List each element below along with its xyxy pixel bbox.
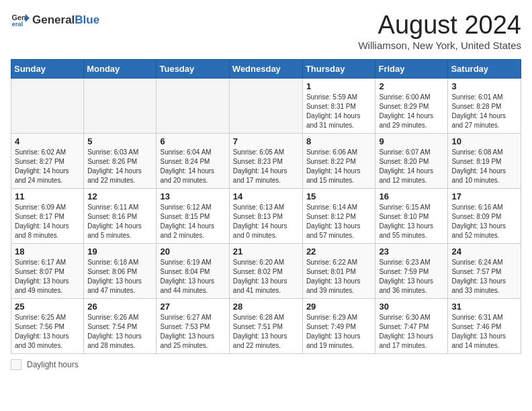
day-number: 29 <box>306 302 372 312</box>
calendar-cell: 19Sunrise: 6:18 AM Sunset: 8:06 PM Dayli… <box>84 244 157 299</box>
day-info: Sunrise: 6:31 AM Sunset: 7:46 PM Dayligh… <box>451 313 517 351</box>
calendar-cell: 7Sunrise: 6:05 AM Sunset: 8:23 PM Daylig… <box>229 134 302 189</box>
day-info: Sunrise: 6:06 AM Sunset: 8:22 PM Dayligh… <box>306 148 372 185</box>
calendar: SundayMondayTuesdayWednesdayThursdayFrid… <box>11 59 521 354</box>
day-info: Sunrise: 6:11 AM Sunset: 8:16 PM Dayligh… <box>87 203 152 240</box>
calendar-cell: 24Sunrise: 6:24 AM Sunset: 7:57 PM Dayli… <box>448 244 521 299</box>
calendar-cell: 21Sunrise: 6:20 AM Sunset: 8:02 PM Dayli… <box>229 244 302 299</box>
calendar-cell: 1Sunrise: 5:59 AM Sunset: 8:31 PM Daylig… <box>302 79 375 134</box>
day-info: Sunrise: 6:29 AM Sunset: 7:49 PM Dayligh… <box>306 313 372 351</box>
day-info: Sunrise: 6:20 AM Sunset: 8:02 PM Dayligh… <box>233 258 299 295</box>
calendar-cell: 22Sunrise: 6:22 AM Sunset: 8:01 PM Dayli… <box>302 244 375 299</box>
day-info: Sunrise: 6:23 AM Sunset: 7:59 PM Dayligh… <box>379 258 444 295</box>
day-number: 6 <box>160 136 225 146</box>
calendar-cell <box>84 79 157 134</box>
day-info: Sunrise: 6:05 AM Sunset: 8:23 PM Dayligh… <box>233 148 299 185</box>
calendar-header-row: SundayMondayTuesdayWednesdayThursdayFrid… <box>11 60 521 79</box>
calendar-cell: 14Sunrise: 6:13 AM Sunset: 8:13 PM Dayli… <box>229 189 302 244</box>
title-area: August 2024 Williamson, New York, United… <box>358 11 521 51</box>
header: Gen eral GeneralBlue August 2024 William… <box>11 11 521 51</box>
day-number: 19 <box>87 246 152 257</box>
svg-text:eral: eral <box>12 21 24 28</box>
calendar-cell <box>229 79 302 134</box>
day-info: Sunrise: 6:04 AM Sunset: 8:24 PM Dayligh… <box>160 148 225 185</box>
calendar-cell: 11Sunrise: 6:09 AM Sunset: 8:17 PM Dayli… <box>11 189 84 244</box>
calendar-cell: 17Sunrise: 6:16 AM Sunset: 8:09 PM Dayli… <box>448 189 521 244</box>
calendar-cell: 12Sunrise: 6:11 AM Sunset: 8:16 PM Dayli… <box>84 189 157 244</box>
day-number: 2 <box>379 81 444 91</box>
day-number: 4 <box>15 136 80 146</box>
day-info: Sunrise: 6:00 AM Sunset: 8:29 PM Dayligh… <box>379 93 444 130</box>
day-number: 12 <box>87 191 152 201</box>
calendar-cell: 8Sunrise: 6:06 AM Sunset: 8:22 PM Daylig… <box>302 134 375 189</box>
logo-icon: Gen eral <box>11 11 30 30</box>
day-number: 27 <box>160 302 225 312</box>
calendar-cell: 31Sunrise: 6:31 AM Sunset: 7:46 PM Dayli… <box>448 299 521 354</box>
day-info: Sunrise: 5:59 AM Sunset: 8:31 PM Dayligh… <box>306 93 372 130</box>
calendar-cell <box>157 79 229 134</box>
day-number: 26 <box>87 302 152 312</box>
calendar-day-header: Friday <box>375 60 448 79</box>
day-number: 1 <box>306 81 372 91</box>
day-info: Sunrise: 6:22 AM Sunset: 8:01 PM Dayligh… <box>306 258 372 295</box>
day-number: 23 <box>379 246 444 257</box>
day-info: Sunrise: 6:28 AM Sunset: 7:51 PM Dayligh… <box>233 313 299 351</box>
day-info: Sunrise: 6:02 AM Sunset: 8:27 PM Dayligh… <box>15 148 80 185</box>
calendar-cell: 2Sunrise: 6:00 AM Sunset: 8:29 PM Daylig… <box>375 79 448 134</box>
calendar-cell: 6Sunrise: 6:04 AM Sunset: 8:24 PM Daylig… <box>157 134 229 189</box>
day-number: 21 <box>233 246 299 257</box>
calendar-cell: 27Sunrise: 6:27 AM Sunset: 7:53 PM Dayli… <box>157 299 229 354</box>
calendar-week-row: 1Sunrise: 5:59 AM Sunset: 8:31 PM Daylig… <box>11 79 521 134</box>
day-number: 28 <box>233 302 299 312</box>
day-number: 24 <box>451 246 517 257</box>
day-info: Sunrise: 6:18 AM Sunset: 8:06 PM Dayligh… <box>87 258 152 295</box>
calendar-day-header: Wednesday <box>229 60 302 79</box>
calendar-week-row: 25Sunrise: 6:25 AM Sunset: 7:56 PM Dayli… <box>11 299 521 354</box>
day-info: Sunrise: 6:19 AM Sunset: 8:04 PM Dayligh… <box>160 258 225 295</box>
calendar-cell: 16Sunrise: 6:15 AM Sunset: 8:10 PM Dayli… <box>375 189 448 244</box>
footer: Daylight hours <box>11 359 521 370</box>
day-number: 9 <box>379 136 444 146</box>
logo: Gen eral GeneralBlue <box>11 11 99 30</box>
day-info: Sunrise: 6:16 AM Sunset: 8:09 PM Dayligh… <box>451 203 517 240</box>
svg-marker-2 <box>26 14 30 22</box>
calendar-cell: 30Sunrise: 6:30 AM Sunset: 7:47 PM Dayli… <box>375 299 448 354</box>
daylight-label: Daylight hours <box>27 360 79 369</box>
calendar-week-row: 4Sunrise: 6:02 AM Sunset: 8:27 PM Daylig… <box>11 134 521 189</box>
day-info: Sunrise: 6:13 AM Sunset: 8:13 PM Dayligh… <box>233 203 299 240</box>
calendar-cell: 23Sunrise: 6:23 AM Sunset: 7:59 PM Dayli… <box>375 244 448 299</box>
day-info: Sunrise: 6:08 AM Sunset: 8:19 PM Dayligh… <box>451 148 517 185</box>
day-info: Sunrise: 6:03 AM Sunset: 8:26 PM Dayligh… <box>87 148 152 185</box>
day-number: 15 <box>306 191 372 201</box>
day-number: 30 <box>379 302 444 312</box>
calendar-day-header: Monday <box>84 60 157 79</box>
day-number: 25 <box>15 302 80 312</box>
day-number: 18 <box>15 246 80 257</box>
day-info: Sunrise: 6:17 AM Sunset: 8:07 PM Dayligh… <box>15 258 80 295</box>
calendar-cell: 10Sunrise: 6:08 AM Sunset: 8:19 PM Dayli… <box>448 134 521 189</box>
calendar-cell <box>11 79 84 134</box>
day-info: Sunrise: 6:07 AM Sunset: 8:20 PM Dayligh… <box>379 148 444 185</box>
calendar-cell: 26Sunrise: 6:26 AM Sunset: 7:54 PM Dayli… <box>84 299 157 354</box>
calendar-cell: 29Sunrise: 6:29 AM Sunset: 7:49 PM Dayli… <box>302 299 375 354</box>
day-number: 5 <box>87 136 152 146</box>
day-info: Sunrise: 6:12 AM Sunset: 8:15 PM Dayligh… <box>160 203 225 240</box>
calendar-cell: 20Sunrise: 6:19 AM Sunset: 8:04 PM Dayli… <box>157 244 229 299</box>
location: Williamson, New York, United States <box>358 40 521 51</box>
day-info: Sunrise: 6:01 AM Sunset: 8:28 PM Dayligh… <box>451 93 517 130</box>
day-info: Sunrise: 6:27 AM Sunset: 7:53 PM Dayligh… <box>160 313 225 351</box>
calendar-day-header: Saturday <box>448 60 521 79</box>
day-number: 8 <box>306 136 372 146</box>
day-number: 17 <box>451 191 517 201</box>
day-number: 20 <box>160 246 225 257</box>
day-info: Sunrise: 6:30 AM Sunset: 7:47 PM Dayligh… <box>379 313 444 351</box>
calendar-cell: 15Sunrise: 6:14 AM Sunset: 8:12 PM Dayli… <box>302 189 375 244</box>
day-number: 16 <box>379 191 444 201</box>
calendar-cell: 3Sunrise: 6:01 AM Sunset: 8:28 PM Daylig… <box>448 79 521 134</box>
day-number: 3 <box>451 81 517 91</box>
day-number: 10 <box>451 136 517 146</box>
day-number: 7 <box>233 136 299 146</box>
day-info: Sunrise: 6:24 AM Sunset: 7:57 PM Dayligh… <box>451 258 517 295</box>
calendar-cell: 13Sunrise: 6:12 AM Sunset: 8:15 PM Dayli… <box>157 189 229 244</box>
daylight-box <box>11 359 21 370</box>
